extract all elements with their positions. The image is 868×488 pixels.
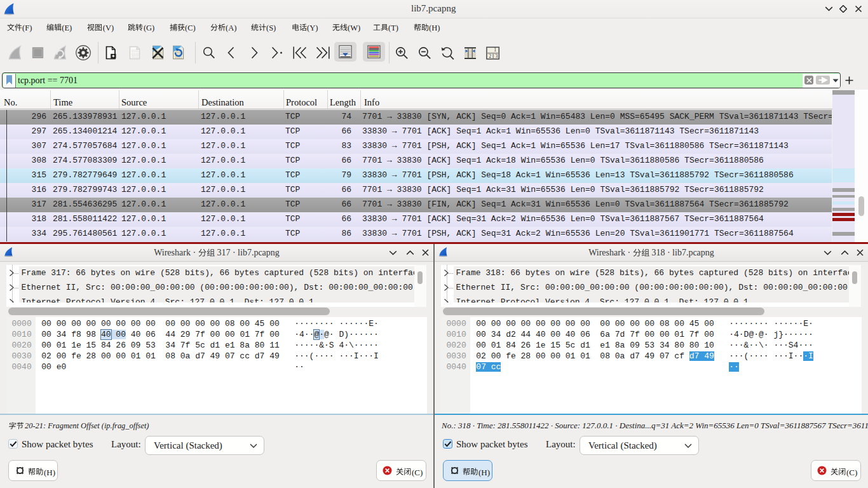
- svg-text:3: 3: [495, 53, 498, 59]
- svg-text:2: 2: [489, 53, 491, 59]
- svg-text:1: 1: [494, 47, 496, 53]
- svg-text:0111: 0111: [132, 55, 139, 58]
